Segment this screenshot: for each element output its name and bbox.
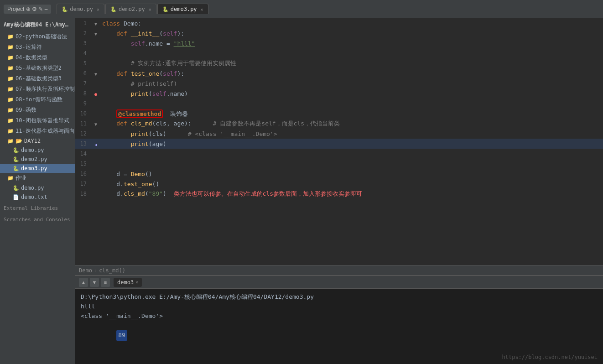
fold-icon-2[interactable]: ▼ bbox=[94, 31, 97, 36]
sidebar-item-04[interactable]: 04-数据类型 bbox=[0, 52, 75, 63]
py-icon3: 🐍 bbox=[162, 6, 169, 12]
gutter-15 bbox=[91, 159, 100, 169]
breadcrumb: Demo › cls_md() bbox=[75, 265, 603, 275]
breadcrumb-clsmd[interactable]: cls_md() bbox=[99, 267, 125, 274]
sidebar-item-demo3[interactable]: demo3.py bbox=[0, 164, 75, 173]
table-row: 6 ▼ def test_one(self): bbox=[75, 68, 603, 78]
line-num-14: 14 bbox=[75, 149, 91, 159]
line-num-7: 7 bbox=[75, 78, 91, 88]
py-icon: 🐍 bbox=[62, 6, 68, 12]
terminal-content: D:\Python3\python.exe E:/Amy-核心编程04/Amy核… bbox=[75, 289, 603, 364]
table-row: 16 d = Demo() bbox=[75, 169, 603, 179]
term-num-badge: 89 bbox=[116, 330, 127, 341]
gutter-6: ▼ bbox=[91, 68, 100, 78]
gutter-7 bbox=[91, 78, 100, 88]
line-num-10: 10 bbox=[75, 109, 91, 119]
gutter-2: ▼ bbox=[91, 28, 100, 38]
gutter-8: ● bbox=[91, 88, 100, 99]
terminal-up-btn[interactable]: ▲ bbox=[79, 278, 88, 287]
project-button[interactable]: Project ⊕ ⚙ ✎ – bbox=[4, 5, 51, 14]
gutter-11: ▼ bbox=[91, 119, 100, 129]
external-libraries-label[interactable]: External Libraries bbox=[0, 203, 75, 213]
fold-icon-11[interactable]: ▼ bbox=[94, 122, 97, 127]
sidebar-item-demopy[interactable]: demo.py bbox=[0, 183, 75, 192]
py-icon2: 🐍 bbox=[110, 6, 117, 12]
sidebar-item-demo[interactable]: demo.py bbox=[0, 146, 75, 155]
fold-icon-1[interactable]: ▼ bbox=[94, 21, 97, 26]
sidebar-item-08[interactable]: 08-for循环与函数 bbox=[0, 94, 75, 105]
sidebar-item-day12[interactable]: 📂 DAY12 bbox=[0, 136, 75, 146]
sidebar-item-06[interactable]: 06-基础数据类型3 bbox=[0, 73, 75, 84]
table-row: 11 ▼ def cls_md(cls, age): # 自建参数不再是self… bbox=[75, 119, 603, 129]
tab-demo3[interactable]: 🐍 demo3.py ✕ bbox=[157, 4, 208, 14]
sidebar-item-07[interactable]: 07-顺序执行及循环控制 bbox=[0, 84, 75, 94]
top-bar: Project ⊕ ⚙ ✎ – 🐍 demo.py ✕ 🐍 demo2.py ✕… bbox=[0, 0, 603, 18]
gutter-16 bbox=[91, 169, 100, 179]
breakpoint-icon-8[interactable]: ● bbox=[94, 92, 97, 97]
fold-icon-6[interactable]: ▼ bbox=[94, 72, 97, 77]
project-header: Amy核心编程04 E:\Amy-核… bbox=[0, 18, 75, 31]
main-layout: Amy核心编程04 E:\Amy-核… 02-python基础语法 03-运算符… bbox=[0, 18, 603, 364]
sidebar: Amy核心编程04 E:\Amy-核… 02-python基础语法 03-运算符… bbox=[0, 18, 75, 364]
term-line-2: hlll bbox=[81, 302, 598, 312]
code-line-3: self.name = "hlll" bbox=[100, 38, 603, 48]
code-line-13: print(age) bbox=[100, 139, 603, 149]
sidebar-item-homework[interactable]: 作业 bbox=[0, 173, 75, 183]
table-row: 14 bbox=[75, 149, 603, 159]
table-row: 9 bbox=[75, 99, 603, 109]
line-num-2: 2 bbox=[75, 28, 91, 38]
table-row: 5 # 实例方法:通常用于需要使用实例属性 bbox=[75, 58, 603, 68]
terminal-down-btn[interactable]: ▼ bbox=[90, 278, 99, 287]
sidebar-item-02[interactable]: 02-python基础语法 bbox=[0, 31, 75, 42]
sidebar-item-05[interactable]: 05-基础数据类型2 bbox=[0, 63, 75, 73]
scratches-consoles-label[interactable]: Scratches and Consoles bbox=[0, 215, 75, 224]
line-num-17: 17 bbox=[75, 179, 91, 189]
tab-demo[interactable]: 🐍 demo.py ✕ bbox=[57, 4, 104, 14]
watermark: https://blog.csdn.net/yuuisei bbox=[502, 354, 598, 360]
code-line-17: d.test_one() bbox=[100, 179, 603, 189]
code-line-14 bbox=[100, 149, 603, 159]
line-num-4: 4 bbox=[75, 48, 91, 58]
line-num-5: 5 bbox=[75, 58, 91, 68]
breadcrumb-demo[interactable]: Demo bbox=[79, 267, 92, 274]
code-line-6: def test_one(self): bbox=[100, 68, 603, 78]
code-line-16: d = Demo() bbox=[100, 169, 603, 179]
sidebar-item-09[interactable]: 09-函数 bbox=[0, 105, 75, 115]
code-line-1: class Demo: bbox=[100, 18, 603, 28]
line-num-3: 3 bbox=[75, 38, 91, 48]
sidebar-item-demotxt[interactable]: demo.txt bbox=[0, 192, 75, 202]
table-row: 3 self.name = "hlll" bbox=[75, 38, 603, 48]
tab-close-demo2[interactable]: ✕ bbox=[149, 7, 151, 12]
sidebar-item-03[interactable]: 03-运算符 bbox=[0, 42, 75, 52]
sidebar-item-11[interactable]: 11-迭代器生成器与面向对 bbox=[0, 126, 75, 136]
terminal-tab-close[interactable]: ✕ bbox=[135, 280, 138, 285]
line-num-16: 16 bbox=[75, 169, 91, 179]
line-num-8: 8 bbox=[75, 88, 91, 99]
table-row: 1 ▼ class Demo: bbox=[75, 18, 603, 28]
tab-close-demo[interactable]: ✕ bbox=[97, 7, 99, 12]
tab-demo2[interactable]: 🐍 demo2.py ✕ bbox=[105, 4, 156, 14]
editor-area[interactable]: 1 ▼ class Demo: 2 ▼ def __init__(self): … bbox=[75, 18, 603, 265]
breakpoint-icon-13[interactable]: ◀ bbox=[95, 143, 97, 147]
table-row: 13 ◀ print(age) bbox=[75, 139, 603, 149]
gutter-14 bbox=[91, 149, 100, 159]
table-row: 8 ● print(self.name) bbox=[75, 88, 603, 99]
code-line-7: # print(self) bbox=[100, 78, 603, 88]
code-line-10: @classmethod 装饰器 bbox=[100, 109, 603, 119]
code-line-2: def __init__(self): bbox=[100, 28, 603, 38]
term-line-3: <class '__main__.Demo'> bbox=[81, 312, 598, 321]
code-line-12: print(cls) # <class '__main__.Demo'> bbox=[100, 129, 603, 139]
tab-close-demo3[interactable]: ✕ bbox=[201, 7, 203, 12]
content-area: 1 ▼ class Demo: 2 ▼ def __init__(self): … bbox=[75, 18, 603, 364]
table-row: 7 # print(self) bbox=[75, 78, 603, 88]
terminal-tab-demo3[interactable]: demo3 ✕ bbox=[114, 278, 142, 287]
terminal-misc-btn[interactable]: ≡ bbox=[101, 278, 110, 287]
tab-bar: 🐍 demo.py ✕ 🐍 demo2.py ✕ 🐍 demo3.py ✕ bbox=[57, 4, 208, 14]
gutter-3 bbox=[91, 38, 100, 48]
code-table: 1 ▼ class Demo: 2 ▼ def __init__(self): … bbox=[75, 18, 603, 199]
table-row: 15 bbox=[75, 159, 603, 169]
line-num-15: 15 bbox=[75, 159, 91, 169]
sidebar-item-demo2[interactable]: demo2.py bbox=[0, 155, 75, 164]
sidebar-item-10[interactable]: 10-闭包装饰器推导式 bbox=[0, 115, 75, 126]
line-num-13: 13 bbox=[75, 139, 91, 149]
